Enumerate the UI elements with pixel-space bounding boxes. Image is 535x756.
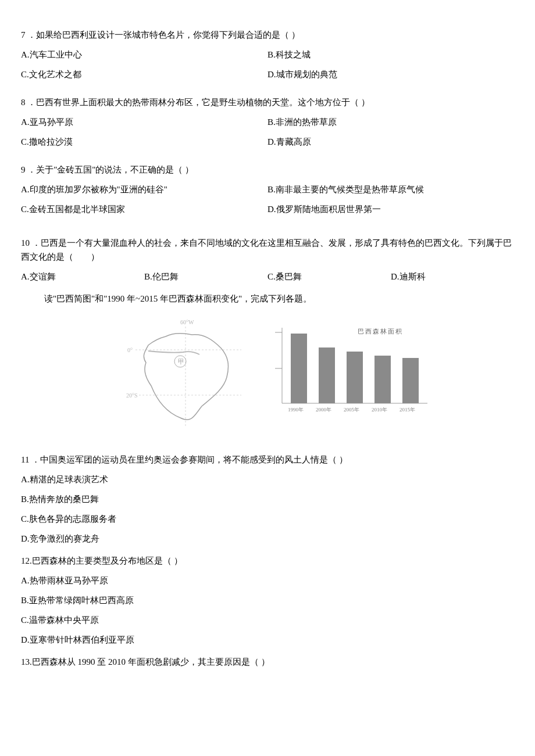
bar-2005: [347, 352, 363, 403]
question-7: 7 ．如果给巴西利亚设计一张城市特色名片，你觉得下列最合适的是（ ） A.汽车工…: [21, 28, 514, 87]
xlabel-2: 2005年: [344, 407, 359, 413]
q12-opt-d: D.亚寒带针叶林西伯利亚平原: [21, 633, 514, 647]
map-lon-label: 60°W: [180, 319, 194, 325]
xlabel-0: 1990年: [288, 407, 304, 413]
q10-options: A.交谊舞 B.伦巴舞 C.桑巴舞 D.迪斯科: [21, 270, 514, 284]
xlabel-3: 2010年: [372, 407, 387, 413]
q11-opt-d: D.竞争激烈的赛龙舟: [21, 532, 514, 546]
q8-opt-c: C.撒哈拉沙漠: [21, 135, 268, 149]
q7-options: A.汽车工业中心 B.科技之城 C.文化艺术之都 D.城市规划的典范: [21, 48, 514, 87]
xlabel-1: 2000年: [316, 407, 331, 413]
question-8: 8 ．巴西有世界上面积最大的热带雨林分布区，它是野生动植物的天堂。这个地方位于（…: [21, 95, 514, 155]
question-13: 13.巴西森林从 1990 至 2010 年面积急剧减少，其主要原因是（ ）: [21, 655, 514, 669]
q8-opt-d: D.青藏高原: [268, 135, 514, 149]
q9-stem: 9 ．关于"金砖五国"的说法，不正确的是（ ）: [21, 163, 514, 177]
chart-bars: [291, 334, 419, 403]
map-svg: 60°W 0° 20°S 甲: [125, 316, 247, 432]
q12-options: A.热带雨林亚马孙平原 B.亚热带常绿阔叶林巴西高原 C.温带森林中央平原 D.…: [21, 574, 514, 647]
amazon-river: [148, 351, 199, 354]
map-lat20s-label: 20°S: [126, 392, 138, 399]
q8-options: A.亚马孙平原 B.非洲的热带草原 C.撒哈拉沙漠 D.青藏高原: [21, 115, 514, 155]
question-9: 9 ．关于"金砖五国"的说法，不正确的是（ ） A.印度的班加罗尔被称为"亚洲的…: [21, 163, 514, 222]
q12-opt-a: A.热带雨林亚马孙平原: [21, 574, 514, 587]
figure-area: 60°W 0° 20°S 甲 巴西森林面积: [21, 316, 514, 436]
q11-opt-b: B.热情奔放的桑巴舞: [21, 492, 514, 506]
q8-opt-a: A.亚马孙平原: [21, 115, 268, 129]
q9-options: A.印度的班加罗尔被称为"亚洲的硅谷" B.南非最主要的气候类型是热带草原气候 …: [21, 182, 514, 222]
q9-opt-a: A.印度的班加罗尔被称为"亚洲的硅谷": [21, 182, 268, 196]
q10-opt-d: D.迪斯科: [391, 270, 514, 284]
question-12: 12.巴西森林的主要类型及分布地区是（ ） A.热带雨林亚马孙平原 B.亚热带常…: [21, 554, 514, 647]
q11-stem: 11 ．中国奥运军团的运动员在里约奥运会参赛期间，将不能感受到的风土人情是（ ）: [21, 453, 514, 467]
brazil-map: 60°W 0° 20°S 甲: [125, 316, 247, 436]
bar-2010: [374, 356, 391, 403]
q8-stem: 8 ．巴西有世界上面积最大的热带雨林分布区，它是野生动植物的天堂。这个地方位于（…: [21, 95, 514, 109]
chart-svg: 巴西森林面积 1990年 2000年 2005年 2010年 2015年: [259, 316, 433, 421]
q8-opt-b: B.非洲的热带草原: [268, 115, 514, 129]
q11-options: A.精湛的足球表演艺术 B.热情奔放的桑巴舞 C.肤色各异的志愿服务者 D.竞争…: [21, 472, 514, 546]
bar-2000: [319, 347, 335, 403]
chart-title: 巴西森林面积: [358, 328, 403, 335]
q12-opt-c: C.温带森林中央平原: [21, 613, 514, 627]
q7-opt-b: B.科技之城: [268, 48, 514, 62]
q7-stem: 7 ．如果给巴西利亚设计一张城市特色名片，你觉得下列最合适的是（ ）: [21, 28, 514, 42]
q11-opt-c: C.肤色各异的志愿服务者: [21, 512, 514, 526]
q10-opt-c: C.桑巴舞: [268, 270, 391, 284]
q7-opt-c: C.文化艺术之都: [21, 67, 268, 81]
reading-instruction: 读"巴西简图"和"1990 年~2015 年巴西森林面积变化"，完成下列各题。: [21, 292, 514, 306]
bar-1990: [291, 334, 307, 403]
q10-stem: 10 ．巴西是一个有大量混血种人的社会，来自不同地域的文化在这里相互融合、发展，…: [21, 236, 514, 264]
map-marker-label: 甲: [178, 358, 184, 365]
q13-stem: 13.巴西森林从 1990 至 2010 年面积急剧减少，其主要原因是（ ）: [21, 655, 514, 669]
q11-opt-a: A.精湛的足球表演艺术: [21, 472, 514, 486]
question-11: 11 ．中国奥运军团的运动员在里约奥运会参赛期间，将不能感受到的风土人情是（ ）…: [21, 453, 514, 546]
q9-opt-d: D.俄罗斯陆地面积居世界第一: [268, 202, 514, 216]
q9-opt-b: B.南非最主要的气候类型是热带草原气候: [268, 182, 514, 196]
forest-area-chart: 巴西森林面积 1990年 2000年 2005年 2010年 2015年: [259, 316, 433, 436]
q12-stem: 12.巴西森林的主要类型及分布地区是（ ）: [21, 554, 514, 568]
q7-opt-a: A.汽车工业中心: [21, 48, 268, 62]
q12-opt-b: B.亚热带常绿阔叶林巴西高原: [21, 593, 514, 607]
xlabel-4: 2015年: [400, 407, 415, 413]
q7-opt-d: D.城市规划的典范: [268, 67, 514, 81]
question-10: 10 ．巴西是一个有大量混血种人的社会，来自不同地域的文化在这里相互融合、发展，…: [21, 236, 514, 284]
bar-2015: [402, 358, 419, 403]
q10-opt-b: B.伦巴舞: [144, 270, 268, 284]
map-lat0-label: 0°: [127, 347, 133, 353]
brazil-outline: [144, 334, 228, 420]
q10-opt-a: A.交谊舞: [21, 270, 144, 284]
q9-opt-c: C.金砖五国都是北半球国家: [21, 202, 268, 216]
